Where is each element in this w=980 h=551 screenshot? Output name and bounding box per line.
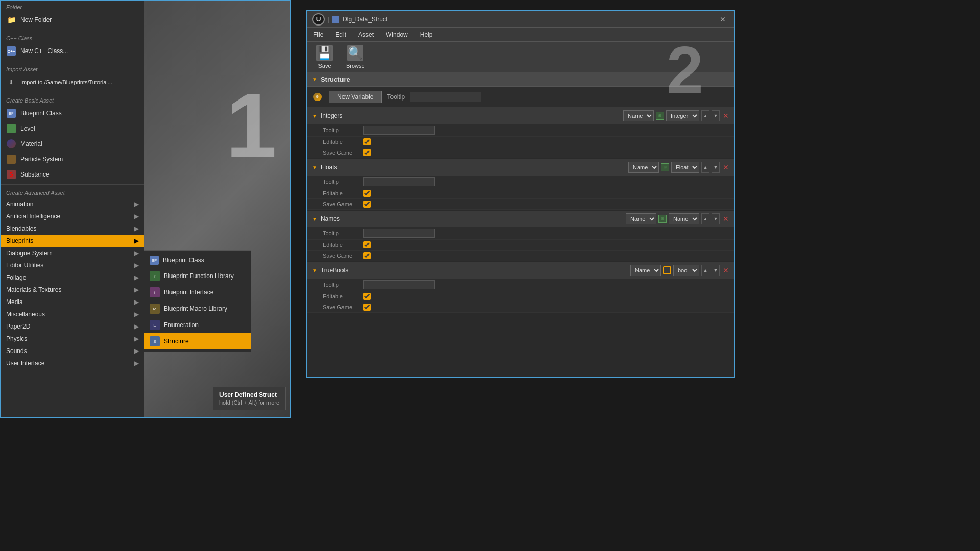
names-delete-button[interactable]: ✕ xyxy=(723,215,729,223)
truebools-down-button[interactable]: ▼ xyxy=(712,265,720,276)
submenu-structure[interactable]: S Structure xyxy=(144,333,251,349)
save-button[interactable]: 💾 Save xyxy=(312,43,337,71)
adv-editor-utils[interactable]: Editor Utilities▶ xyxy=(1,259,144,271)
adv-ui[interactable]: User Interface▶ xyxy=(1,357,144,369)
truebools-group-header[interactable]: ▼ TrueBools Name bool ▲ ▼ ✕ xyxy=(307,262,734,279)
folder-icon: 📁 xyxy=(6,15,16,25)
adv-animation[interactable]: Animation▶ xyxy=(1,198,144,210)
bp-interface-icon: i xyxy=(150,287,160,297)
new-cpp-item[interactable]: C++ New C++ Class... xyxy=(1,43,144,59)
adv-dialogue[interactable]: Dialogue System▶ xyxy=(1,247,144,259)
adv-materials[interactable]: Materials & Textures▶ xyxy=(1,284,144,296)
floats-name-select[interactable]: Name xyxy=(628,162,659,173)
floats-group-header[interactable]: ▼ Floats Name ⊞ Float ▲ ▼ ✕ xyxy=(307,159,734,176)
basic-substance[interactable]: S Substance xyxy=(1,167,144,182)
names-editable-checkbox[interactable] xyxy=(363,241,371,248)
truebools-up-button[interactable]: ▲ xyxy=(701,265,709,276)
integers-group: ▼ Integers Name ⊞ Integer ▲ ▼ ✕ Tooltip … xyxy=(307,108,734,158)
structure-collapse-arrow[interactable]: ▼ xyxy=(312,77,317,82)
new-folder-item[interactable]: 📁 New Folder xyxy=(1,12,144,28)
submenu-bp-func-lib[interactable]: f Blueprint Function Library xyxy=(144,268,251,284)
submenu-enumeration[interactable]: E Enumeration xyxy=(144,317,251,333)
menu-window[interactable]: Window xyxy=(380,29,414,40)
arrow-icon: ▶ xyxy=(134,225,139,232)
truebools-name-select[interactable]: Name xyxy=(630,265,661,276)
truebools-tooltip-input[interactable] xyxy=(363,280,435,289)
floats-editable-checkbox[interactable] xyxy=(363,190,371,197)
tooltip-title: User Defined Struct xyxy=(219,391,279,398)
truebools-editable-checkbox[interactable] xyxy=(363,293,371,300)
basic-particle[interactable]: Particle System xyxy=(1,152,144,167)
integers-editable-checkbox[interactable] xyxy=(363,138,371,145)
submenu-bp-macro[interactable]: M Blueprint Macro Library xyxy=(144,300,251,317)
truebools-delete-button[interactable]: ✕ xyxy=(723,266,729,274)
truebools-type-select[interactable]: bool xyxy=(673,265,699,276)
menu-help[interactable]: Help xyxy=(414,29,439,40)
adv-physics[interactable]: Physics▶ xyxy=(1,333,144,345)
new-var-icon: ⚙ xyxy=(313,93,322,101)
names-tooltip-label: Tooltip xyxy=(323,230,363,236)
adv-paper2d[interactable]: Paper2D▶ xyxy=(1,320,144,333)
floats-group-name: Floats xyxy=(321,164,337,171)
adv-blueprints[interactable]: Blueprints▶ xyxy=(1,235,144,247)
adv-foliage[interactable]: Foliage▶ xyxy=(1,271,144,284)
integers-savegame-checkbox[interactable] xyxy=(363,149,371,156)
viewport-number-display: 1 xyxy=(226,72,277,178)
browse-label: Browse xyxy=(346,63,365,69)
adv-ai[interactable]: Artificial Intelligence▶ xyxy=(1,210,144,222)
adv-sounds[interactable]: Sounds▶ xyxy=(1,345,144,357)
tooltip-text-input[interactable] xyxy=(410,92,481,102)
names-savegame-checkbox[interactable] xyxy=(363,252,371,259)
basic-level[interactable]: Level xyxy=(1,121,144,136)
floats-tooltip-input[interactable] xyxy=(363,177,435,186)
floats-savegame-checkbox[interactable] xyxy=(363,201,371,208)
integers-group-header[interactable]: ▼ Integers Name ⊞ Integer ▲ ▼ ✕ xyxy=(307,108,734,124)
adv-blendables[interactable]: Blendables▶ xyxy=(1,222,144,235)
floats-down-button[interactable]: ▼ xyxy=(712,162,720,173)
names-up-button[interactable]: ▲ xyxy=(701,213,709,224)
names-group-header[interactable]: ▼ Names Name ⊞ Name ▲ ▼ ✕ xyxy=(307,211,734,227)
title-bar: U | Dlg_Data_Struct ✕ xyxy=(307,11,734,28)
close-button[interactable]: ✕ xyxy=(717,14,729,24)
submenu-bp-interface[interactable]: i Blueprint Interface xyxy=(144,284,251,300)
title-bar-text: Dlg_Data_Struct xyxy=(342,16,387,23)
floats-tooltip-row: Tooltip xyxy=(307,176,734,188)
menu-edit[interactable]: Edit xyxy=(329,29,352,40)
integers-delete-button[interactable]: ✕ xyxy=(723,112,729,120)
floats-up-button[interactable]: ▲ xyxy=(701,162,709,173)
arrow-icon: ▶ xyxy=(134,249,139,257)
integers-tooltip-input[interactable] xyxy=(363,126,435,135)
adv-misc[interactable]: Miscellaneous▶ xyxy=(1,308,144,320)
adv-media[interactable]: Media▶ xyxy=(1,296,144,308)
names-group-name: Names xyxy=(321,215,340,222)
names-tooltip-input[interactable] xyxy=(363,229,435,238)
menu-panel: Folder 📁 New Folder C++ Class C++ New C+… xyxy=(1,1,144,418)
names-type-select[interactable]: Name xyxy=(669,213,699,224)
arrow-icon: ▶ xyxy=(134,286,139,293)
integers-name-select[interactable]: Name xyxy=(623,110,654,121)
truebools-editable-row: Editable xyxy=(307,291,734,302)
integers-type-select[interactable]: Integer xyxy=(666,110,699,121)
basic-material[interactable]: Material xyxy=(1,136,144,152)
browse-icon: 🔍 xyxy=(347,45,363,61)
browse-button[interactable]: 🔍 Browse xyxy=(342,43,369,71)
truebools-savegame-checkbox[interactable] xyxy=(363,304,371,311)
integers-down-button[interactable]: ▼ xyxy=(712,110,720,121)
menu-file[interactable]: File xyxy=(307,29,329,40)
new-variable-button[interactable]: New Variable xyxy=(329,91,382,103)
arrow-icon: ▶ xyxy=(134,274,139,281)
floats-delete-button[interactable]: ✕ xyxy=(723,163,729,171)
submenu-bp-class[interactable]: BP Blueprint Class xyxy=(144,253,251,268)
truebools-bool-icon xyxy=(663,266,671,274)
structure-icon: S xyxy=(150,336,160,346)
names-down-button[interactable]: ▼ xyxy=(712,213,720,224)
names-name-select[interactable]: Name xyxy=(626,213,656,224)
integers-up-button[interactable]: ▲ xyxy=(701,110,709,121)
menu-asset[interactable]: Asset xyxy=(352,29,380,40)
variables-content-area[interactable]: ▼ Integers Name ⊞ Integer ▲ ▼ ✕ Tooltip … xyxy=(307,108,734,381)
basic-bp-class[interactable]: BP Blueprint Class xyxy=(1,106,144,121)
floats-type-select[interactable]: Float xyxy=(671,162,699,173)
basic-section-header: Create Basic Asset xyxy=(1,94,144,106)
structure-tooltip: User Defined Struct hold (Ctrl + Alt) fo… xyxy=(213,387,286,410)
import-item[interactable]: ⬇ Import to /Game/Blueprints/Tutorial... xyxy=(1,74,144,90)
